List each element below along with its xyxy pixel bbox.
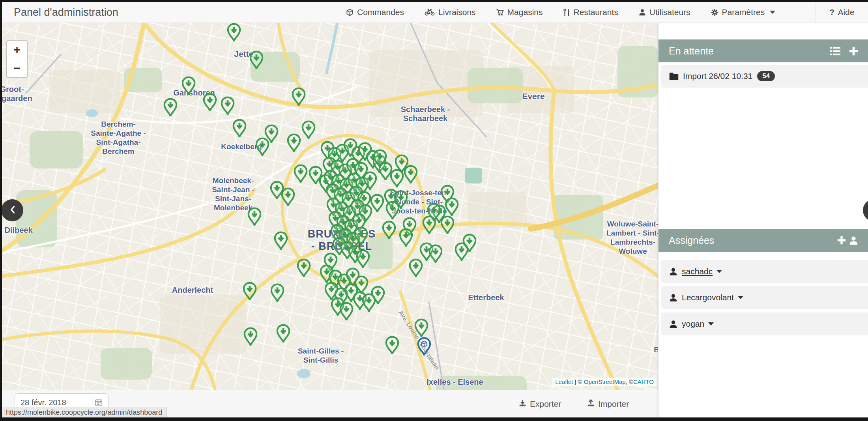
dispatch-sidebar: En attente Import 26/02 10:31 54 Assigné… — [658, 22, 868, 417]
nav-item-parametres[interactable]: Paramètres — [711, 7, 776, 17]
app-title: Panel d'administration — [14, 2, 118, 22]
pending-group-row[interactable]: Import 26/02 10:31 54 — [661, 65, 868, 88]
delivery-marker-pending[interactable] — [428, 244, 443, 264]
map-label: Dilbeek — [4, 226, 32, 235]
chevron-left-icon — [10, 206, 15, 215]
courier-name[interactable]: yogan — [682, 319, 704, 329]
user-icon — [669, 268, 677, 276]
delivery-marker-pending[interactable] — [249, 51, 264, 70]
nav-item-restaurants[interactable]: Restaurants — [563, 7, 618, 17]
map-label: Evere — [522, 92, 544, 101]
delivery-marker-pending[interactable] — [226, 23, 241, 43]
delivery-marker-pending[interactable] — [232, 119, 247, 138]
delivery-marker-pending[interactable] — [286, 133, 301, 153]
delivery-marker-pending[interactable] — [414, 318, 429, 338]
delivery-marker-pending[interactable] — [370, 286, 385, 305]
courier-row: yogan — [661, 312, 868, 335]
delivery-marker-pending[interactable] — [247, 207, 262, 227]
delivery-marker-pending[interactable] — [276, 324, 291, 344]
map-attribution: Leaflet | © OpenStreetMap, ©CARTO — [552, 378, 657, 386]
delivery-marker-pending[interactable] — [398, 228, 413, 248]
openstreetmap-link[interactable]: OpenStreetMap — [584, 378, 626, 385]
plus-icon[interactable] — [849, 47, 858, 56]
delivery-marker-pending[interactable] — [301, 120, 316, 140]
list-icon[interactable] — [830, 47, 840, 56]
delivery-marker-pending[interactable] — [440, 215, 455, 235]
user-icon[interactable] — [849, 236, 858, 245]
chevron-down-icon[interactable] — [708, 322, 714, 326]
delivery-marker-pending[interactable] — [427, 203, 441, 223]
map-zoom-control: + − — [6, 40, 28, 78]
collapse-left-panel-button[interactable] — [1, 199, 23, 221]
zoom-out-button[interactable]: − — [7, 59, 27, 77]
delivery-marker-pending[interactable] — [408, 258, 423, 278]
carto-link[interactable]: CARTO — [633, 378, 654, 385]
delivery-marker-pending[interactable] — [385, 201, 400, 221]
user-icon — [669, 320, 677, 328]
plus-icon[interactable] — [837, 236, 846, 245]
courier-row: Lecargovolant — [661, 286, 868, 309]
delivery-marker-pending[interactable] — [220, 96, 235, 116]
nav-item-livraisons[interactable]: Livraisons — [425, 7, 476, 17]
delivery-marker-pending[interactable] — [385, 336, 400, 356]
nav-label: Paramètres — [722, 7, 765, 17]
delivery-marker-pending[interactable] — [181, 76, 196, 96]
nav-item-commandes[interactable]: Commandes — [346, 7, 404, 17]
export-button[interactable]: Exporter — [519, 390, 561, 418]
attribution-comma: , © — [626, 378, 633, 385]
map-label: Saint-Gilles -Sint-Gillis — [298, 346, 344, 365]
delivery-marker-pending[interactable] — [382, 221, 397, 240]
nav-label: Restaurants — [574, 7, 618, 17]
delivery-marker-pending[interactable] — [296, 258, 311, 278]
delivery-marker-pending[interactable] — [202, 93, 217, 112]
nav-item-utilisateurs[interactable]: Utilisateurs — [639, 7, 690, 17]
map-label: Schaerbeek -Schaarbeek — [401, 105, 450, 123]
delivery-marker-pending[interactable] — [270, 283, 285, 303]
nav-label: Utilisateurs — [649, 7, 690, 17]
nav-label: Aide — [838, 7, 854, 17]
delivery-marker-pending[interactable] — [370, 194, 385, 213]
nav-label: Magasins — [507, 7, 543, 17]
courier-name[interactable]: Lecargovolant — [682, 293, 734, 302]
delivery-marker-pending[interactable] — [242, 282, 257, 301]
map-label: B — [654, 345, 658, 354]
delivery-marker-pending[interactable] — [389, 169, 404, 189]
delivery-marker-pending[interactable] — [363, 171, 378, 191]
delivery-marker-pending[interactable] — [163, 98, 178, 118]
chevron-down-icon[interactable] — [738, 296, 743, 299]
delivery-marker-pending[interactable] — [403, 165, 418, 185]
delivery-marker-pending[interactable] — [273, 231, 288, 251]
courier-row: sachadc — [661, 260, 868, 283]
window-border-left — [0, 2, 2, 421]
date-value: 28 févr. 2018 — [21, 398, 66, 407]
delivery-marker-pending[interactable] — [281, 187, 296, 207]
delivery-marker-pending[interactable] — [293, 164, 308, 184]
delivery-marker-pending[interactable] — [243, 327, 258, 347]
pending-group-label: Import 26/02 10:31 — [683, 71, 752, 81]
delivery-marker-pending[interactable] — [255, 137, 270, 157]
zoom-in-button[interactable]: + — [7, 41, 27, 59]
delivery-marker-pending[interactable] — [291, 87, 306, 107]
cube-icon — [346, 9, 354, 16]
leaflet-link[interactable]: Leaflet — [555, 378, 573, 385]
delivery-marker-pending[interactable] — [339, 302, 354, 322]
delivery-marker-pending[interactable] — [355, 249, 370, 269]
window-border-bottom — [0, 417, 868, 421]
nav-label: Commandes — [357, 7, 404, 17]
map-label: Anderlecht — [172, 286, 213, 295]
gear-icon — [711, 9, 718, 16]
browser-status-url: https://molenbike.coopcycle.org/admin/da… — [2, 407, 166, 418]
chevron-down-icon[interactable] — [716, 270, 722, 273]
delivery-marker-pending[interactable] — [354, 226, 369, 246]
bicycle-icon — [425, 9, 435, 16]
nav-item-magasins[interactable]: Magasins — [496, 7, 543, 17]
delivery-map[interactable]: Groot-BijgaardenJetteGanshorenEvereSchae… — [2, 22, 658, 390]
cutlery-icon — [563, 8, 570, 16]
courier-name[interactable]: sachadc — [682, 267, 713, 276]
import-button[interactable]: Importer — [587, 390, 629, 418]
nav-item-aide[interactable]: Aide — [816, 2, 868, 22]
delivery-marker-pending[interactable] — [462, 234, 477, 253]
pending-panel-title: En attente — [669, 45, 821, 57]
delivery-marker-package[interactable] — [417, 337, 432, 357]
map-label: Berchem-Sainte-Agathe -Sint-Agatha-Berch… — [91, 120, 146, 156]
